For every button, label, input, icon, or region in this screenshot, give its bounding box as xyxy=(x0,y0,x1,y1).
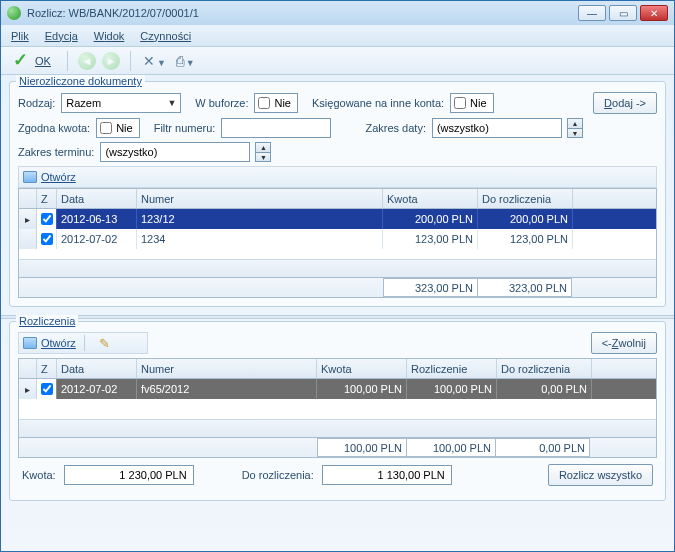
cell-dorozl: 123,00 PLN xyxy=(478,229,573,249)
col-data[interactable]: Data xyxy=(57,359,137,378)
grid1-footer: 323,00 PLN 323,00 PLN xyxy=(19,277,656,297)
ksiegowane-checkbox[interactable]: Nie xyxy=(450,93,494,113)
foot-dorozl: 323,00 PLN xyxy=(477,278,572,297)
separator xyxy=(130,51,131,71)
rodzaj-select[interactable]: Razem▼ xyxy=(61,93,181,113)
zakresdaty-label: Zakres daty: xyxy=(365,122,426,134)
zgodna-label: Zgodna kwota: xyxy=(18,122,90,134)
menubar: Plik Edycja Widok Czynności xyxy=(1,25,674,47)
table-row[interactable]: 2012-07-021234123,00 PLN123,00 PLN xyxy=(19,229,656,249)
col-z[interactable]: Z xyxy=(37,359,57,378)
ok-button[interactable]: OK xyxy=(7,50,57,72)
col-dorozl[interactable]: Do rozliczenia xyxy=(478,189,573,208)
tools-icon[interactable]: ✕▼ xyxy=(141,53,168,69)
col-data[interactable]: Data xyxy=(57,189,137,208)
row-indicator xyxy=(19,229,37,249)
app-window: Rozlicz: WB/BANK/2012/07/0001/1 — ▭ ✕ Pl… xyxy=(0,0,675,552)
cell-data: 2012-06-13 xyxy=(57,209,137,229)
col-z[interactable]: Z xyxy=(37,189,57,208)
rodzaj-label: Rodzaj: xyxy=(18,97,55,109)
zgodna-checkbox[interactable]: Nie xyxy=(96,118,140,138)
table-row[interactable]: ▸2012-07-02fv65/2012100,00 PLN100,00 PLN… xyxy=(19,379,656,399)
window-title: Rozlicz: WB/BANK/2012/07/0001/1 xyxy=(27,7,578,19)
menu-widok[interactable]: Widok xyxy=(94,30,125,42)
separator xyxy=(67,51,68,71)
col-kwota[interactable]: Kwota xyxy=(317,359,407,378)
filtr-label: Filtr numeru: xyxy=(154,122,216,134)
grid-rozliczenia: Z Data Numer Kwota Rozliczenie Do rozlic… xyxy=(18,358,657,458)
filtr-input[interactable] xyxy=(221,118,331,138)
close-button[interactable]: ✕ xyxy=(640,5,668,21)
open-icon xyxy=(23,337,37,349)
grid2-footer: 100,00 PLN 100,00 PLN 0,00 PLN xyxy=(19,437,656,457)
check-icon xyxy=(13,52,31,70)
row-indicator: ▸ xyxy=(19,209,37,229)
grid-nierozliczone: Z Data Numer Kwota Do rozliczenia ▸2012-… xyxy=(18,188,657,298)
zakresterminu-input[interactable]: (wszystko) xyxy=(100,142,250,162)
col-kwota[interactable]: Kwota xyxy=(383,189,478,208)
ksiegowane-label: Księgowane na inne konta: xyxy=(312,97,444,109)
foot-kwota: 323,00 PLN xyxy=(383,278,478,297)
group-rozliczenia-label: Rozliczenia xyxy=(16,315,78,327)
nav-forward-button[interactable]: ► xyxy=(102,52,120,70)
rozlicz-wszystko-button[interactable]: Rozlicz wszystko xyxy=(548,464,653,486)
group-nierozliczone: Nierozliczone dokumenty Rodzaj: Razem▼ W… xyxy=(9,81,666,307)
col-rozl[interactable]: Rozliczenie xyxy=(407,359,497,378)
col-dorozl[interactable]: Do rozliczenia xyxy=(497,359,592,378)
zwolnij-button[interactable]: <- Zwolnij xyxy=(591,332,657,354)
group-nierozliczone-label: Nierozliczone dokumenty xyxy=(16,75,145,87)
nav-back-button[interactable]: ◄ xyxy=(78,52,96,70)
toolbar: OK ◄ ► ✕▼ ⎙▼ xyxy=(1,47,674,75)
grid2-toolbar: Otwórz ✎ xyxy=(18,332,148,354)
cell-data: 2012-07-02 xyxy=(57,229,137,249)
cell-kwota: 100,00 PLN xyxy=(317,379,407,399)
menu-plik[interactable]: Plik xyxy=(11,30,29,42)
otworz-button-2[interactable]: Otwórz xyxy=(41,337,76,349)
wbuforze-checkbox[interactable]: Nie xyxy=(254,93,298,113)
dorozl-label: Do rozliczenia: xyxy=(242,469,314,481)
cell-numer: 1234 xyxy=(137,229,383,249)
dodaj-button[interactable]: Dodaj -> xyxy=(593,92,657,114)
cell-numer: 123/12 xyxy=(137,209,383,229)
grid1-toolbar: Otwórz xyxy=(18,166,657,188)
kwota-label: Kwota: xyxy=(22,469,56,481)
group-rozliczenia: Rozliczenia Otwórz ✎ <- Zwolnij Z Data N… xyxy=(9,321,666,501)
cell-kwota: 123,00 PLN xyxy=(383,229,478,249)
cell-dorozl: 0,00 PLN xyxy=(497,379,592,399)
print-icon[interactable]: ⎙▼ xyxy=(174,53,197,69)
col-numer[interactable]: Numer xyxy=(137,189,383,208)
foot-dorozl: 0,00 PLN xyxy=(495,438,590,457)
row-checkbox[interactable] xyxy=(37,209,57,229)
zakresdaty-input[interactable]: (wszystko) xyxy=(432,118,562,138)
titlebar: Rozlicz: WB/BANK/2012/07/0001/1 — ▭ ✕ xyxy=(1,1,674,25)
cell-numer: fv65/2012 xyxy=(137,379,317,399)
cell-rozl: 100,00 PLN xyxy=(407,379,497,399)
dorozl-value: 1 130,00 PLN xyxy=(322,465,452,485)
table-row[interactable]: ▸2012-06-13123/12200,00 PLN200,00 PLN xyxy=(19,209,656,229)
wbuforze-label: W buforze: xyxy=(195,97,248,109)
foot-kwota: 100,00 PLN xyxy=(317,438,407,457)
cell-kwota: 200,00 PLN xyxy=(383,209,478,229)
col-numer[interactable]: Numer xyxy=(137,359,317,378)
menu-edycja[interactable]: Edycja xyxy=(45,30,78,42)
menu-czynnosci[interactable]: Czynności xyxy=(140,30,191,42)
kwota-value: 1 230,00 PLN xyxy=(64,465,194,485)
cell-dorozl: 200,00 PLN xyxy=(478,209,573,229)
foot-rozl: 100,00 PLN xyxy=(406,438,496,457)
zakresdaty-spinner[interactable]: ▲▼ xyxy=(567,118,583,138)
cell-data: 2012-07-02 xyxy=(57,379,137,399)
row-indicator: ▸ xyxy=(19,379,37,399)
edit-icon[interactable]: ✎ xyxy=(99,336,110,351)
app-icon xyxy=(7,6,21,20)
zakresterminu-label: Zakres terminu: xyxy=(18,146,94,158)
splitter[interactable] xyxy=(1,315,674,319)
zakresterminu-spinner[interactable]: ▲▼ xyxy=(255,142,271,162)
row-checkbox[interactable] xyxy=(37,229,57,249)
open-icon xyxy=(23,171,37,183)
grid1-header: Z Data Numer Kwota Do rozliczenia xyxy=(19,189,656,209)
otworz-button[interactable]: Otwórz xyxy=(41,171,76,183)
minimize-button[interactable]: — xyxy=(578,5,606,21)
grid2-header: Z Data Numer Kwota Rozliczenie Do rozlic… xyxy=(19,359,656,379)
maximize-button[interactable]: ▭ xyxy=(609,5,637,21)
row-checkbox[interactable] xyxy=(37,379,57,399)
